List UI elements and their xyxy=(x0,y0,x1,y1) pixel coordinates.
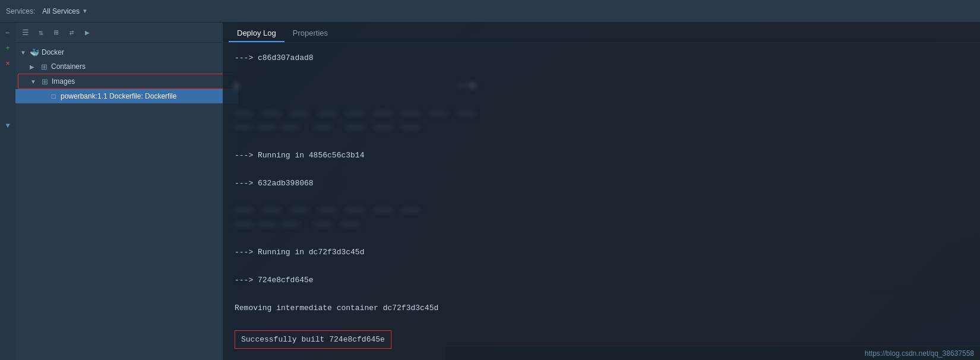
tab-deploy-log[interactable]: Deploy Log xyxy=(229,25,284,42)
log-line-8: ---> Running in 4856c56c3b14 xyxy=(235,149,968,162)
log-line-9 xyxy=(235,162,968,176)
log-line-7 xyxy=(235,134,968,148)
file-icon: □ xyxy=(49,93,58,100)
status-bar: https://blog.csdn.net/qq_38637558 xyxy=(445,346,980,360)
log-line-2 xyxy=(235,65,968,78)
toolbar-sort-icon[interactable]: ⇅ xyxy=(34,26,48,39)
containers-label: Containers xyxy=(51,62,86,71)
containers-icon: ⊞ xyxy=(39,62,49,71)
log-line-15: ---> Running in dc72f3d3c45d xyxy=(235,245,968,259)
left-panel: ☰ ⇅ ⊞ ⇄ ▶ ▼ 🐳 Docker ▶ ⊞ Containers ▼ ⊞ … xyxy=(15,23,238,360)
log-line-19 xyxy=(235,315,968,329)
images-highlight-box: ▼ ⊞ Images xyxy=(18,74,236,89)
log-line-10: ---> 632adb398068 xyxy=(235,176,968,190)
log-line-13: ~~~~ ~~~~ ~~~~ ~~~~ ~~~~ xyxy=(235,218,968,232)
log-line-12: ~~~~ ~~~~ ~~~~ ~~~~ ~~~~ ~~~~ ~~~~ xyxy=(235,204,968,217)
log-content[interactable]: ---> c86d307adad8 p ~~~b ~~~~ ~~~~ ~~~~ … xyxy=(223,43,980,360)
success-box: Successfully built 724e8cfd645e xyxy=(235,330,391,349)
top-bar: Services: All Services ▼ xyxy=(0,0,980,23)
tree-item-powerbank[interactable]: ▶ □ powerbank:1.1 Dockerfile: Dockerfile xyxy=(15,89,238,103)
chevron-down-icon: ▼ xyxy=(82,8,88,14)
filter-icon[interactable]: ▼ xyxy=(2,120,14,132)
side-icons-panel: ✏ ＋ ✕ ▼ xyxy=(0,23,15,360)
csdn-link: https://blog.csdn.net/qq_38637558 xyxy=(865,349,974,358)
log-line-5: ~~~~ ~~~~ ~~~~ ~~~~ ~~~~ ~~~~ ~~~~ ~~~~ … xyxy=(235,107,968,121)
toolbar-refresh-icon[interactable]: ⇄ xyxy=(65,26,78,39)
toolbar-list-icon[interactable]: ☰ xyxy=(19,26,32,39)
tree-container: ▼ 🐳 Docker ▶ ⊞ Containers ▼ ⊞ Images ▶ □… xyxy=(15,43,238,360)
log-line-1: ---> c86d307adad8 xyxy=(235,51,968,65)
toolbar-run-icon[interactable]: ▶ xyxy=(81,26,94,39)
tree-item-images[interactable]: ▼ ⊞ Images xyxy=(18,74,235,89)
expand-arrow-containers: ▶ xyxy=(30,64,37,70)
all-services-label: All Services xyxy=(42,7,80,15)
remove-icon[interactable]: ✕ xyxy=(2,57,14,69)
services-label: Services: xyxy=(0,7,39,15)
log-line-14 xyxy=(235,232,968,245)
log-line-3: p ~~~b xyxy=(235,79,968,93)
docker-whale-icon: 🐳 xyxy=(30,48,39,57)
images-icon: ⊞ xyxy=(40,77,49,86)
log-line-16 xyxy=(235,260,968,273)
images-label: Images xyxy=(52,77,75,86)
log-line-4 xyxy=(235,93,968,106)
tab-properties[interactable]: Properties xyxy=(284,25,336,42)
tabs-row: Deploy Log Properties xyxy=(223,23,980,43)
log-line-success: Successfully built 724e8cfd645e xyxy=(241,333,385,346)
log-line-removing: Removing intermediate container dc72f3d3… xyxy=(235,301,968,315)
tree-item-docker[interactable]: ▼ 🐳 Docker xyxy=(15,45,238,59)
log-line-17: ---> 724e8cfd645e xyxy=(235,273,968,287)
docker-label: Docker xyxy=(42,48,64,56)
all-services-button[interactable]: All Services ▼ xyxy=(39,6,91,17)
add-icon[interactable]: ＋ xyxy=(2,42,14,53)
log-line-6: ~~~~ ~~~~ ~~~~ ~~~~ ~~~~ ~~~~ ~~~~ xyxy=(235,121,968,134)
toolbar-row: ☰ ⇅ ⊞ ⇄ ▶ xyxy=(15,23,238,43)
toolbar-grid-icon[interactable]: ⊞ xyxy=(50,26,63,39)
edit-icon[interactable]: ✏ xyxy=(2,26,14,38)
right-panel: Deploy Log Properties ---> c86d307adad8 … xyxy=(223,23,980,360)
expand-arrow-images: ▼ xyxy=(30,78,37,85)
powerbank-label: powerbank:1.1 Dockerfile: Dockerfile xyxy=(61,92,176,100)
tree-item-containers[interactable]: ▶ ⊞ Containers xyxy=(15,59,238,74)
log-line-11 xyxy=(235,190,968,204)
log-line-18 xyxy=(235,288,968,301)
expand-arrow-docker: ▼ xyxy=(20,49,27,56)
